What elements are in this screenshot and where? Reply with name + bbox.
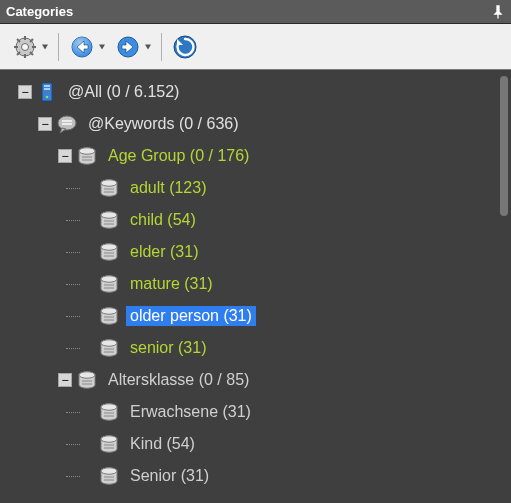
tree-connector (66, 252, 80, 253)
node-label: Erwachsene (31) (126, 402, 255, 422)
svg-point-46 (101, 340, 117, 346)
collapse-icon[interactable]: − (18, 85, 32, 99)
svg-rect-16 (44, 88, 50, 90)
svg-rect-15 (44, 85, 50, 87)
tree-connector (66, 284, 80, 285)
nav-back-button[interactable] (65, 30, 109, 64)
database-icon (98, 241, 120, 263)
node-label: @Keywords (0 / 636) (84, 114, 243, 134)
node-label: Age Group (0 / 176) (104, 146, 253, 166)
node-label: adult (123) (126, 178, 211, 198)
tree-node-keywords[interactable]: − @Keywords (0 / 636) (4, 108, 497, 140)
nav-forward-button[interactable] (111, 30, 155, 64)
tree-connector (66, 348, 80, 349)
scrollbar-thumb[interactable] (500, 76, 508, 216)
tree-node-child[interactable]: · child (54) (4, 204, 497, 236)
svg-point-34 (101, 244, 117, 250)
tree-node-mature[interactable]: · mature (31) (4, 268, 497, 300)
toolbar-separator (161, 33, 162, 61)
database-icon (76, 369, 98, 391)
categories-panel: Categories (0, 0, 511, 503)
svg-point-17 (46, 96, 49, 99)
svg-point-22 (79, 148, 95, 154)
collapse-icon[interactable]: − (38, 117, 52, 131)
node-label: child (54) (126, 210, 200, 230)
refresh-icon (172, 34, 198, 60)
node-label: mature (31) (126, 274, 217, 294)
node-label: senior (31) (126, 338, 210, 358)
gear-icon (13, 35, 37, 59)
vertical-scrollbar[interactable] (497, 70, 511, 503)
node-label: Kind (54) (126, 434, 199, 454)
tree-node-adult[interactable]: · adult (123) (4, 172, 497, 204)
toolbar-separator (58, 33, 59, 61)
category-tree[interactable]: − @All (0 / 6.152) − (0, 70, 497, 503)
database-icon (98, 305, 120, 327)
database-icon (98, 337, 120, 359)
server-icon (36, 81, 58, 103)
svg-point-54 (101, 404, 117, 410)
collapse-icon[interactable]: − (58, 373, 72, 387)
speech-bubble-icon (56, 113, 78, 135)
panel-title: Categories (6, 4, 73, 19)
svg-point-30 (101, 212, 117, 218)
tree-connector (66, 188, 80, 189)
arrow-right-icon (116, 35, 140, 59)
svg-point-9 (22, 43, 29, 50)
tree-node-kind[interactable]: · Kind (54) (4, 428, 497, 460)
tree-node-elder[interactable]: · elder (31) (4, 236, 497, 268)
tree-connector (66, 476, 80, 477)
node-label: Altersklasse (0 / 85) (104, 370, 253, 390)
svg-point-58 (101, 436, 117, 442)
tree-node-senior-de[interactable]: · Senior (31) (4, 460, 497, 492)
tree-node-altersklasse[interactable]: − Altersklasse (0 / 85) (4, 364, 497, 396)
tree-node-erwachsene[interactable]: · Erwachsene (31) (4, 396, 497, 428)
tree-node-all[interactable]: − @All (0 / 6.152) (4, 76, 497, 108)
svg-point-42 (101, 308, 117, 314)
node-label: Senior (31) (126, 466, 213, 486)
tree-connector (66, 316, 80, 317)
tree-node-agegroup[interactable]: − Age Group (0 / 176) (4, 140, 497, 172)
svg-point-18 (58, 116, 76, 130)
pin-icon[interactable] (491, 5, 505, 19)
tree-node-senior[interactable]: · senior (31) (4, 332, 497, 364)
svg-point-62 (101, 468, 117, 474)
database-icon (98, 433, 120, 455)
panel-titlebar: Categories (0, 0, 511, 24)
tree-node-olderperson[interactable]: · older person (31) (4, 300, 497, 332)
database-icon (98, 465, 120, 487)
database-icon (76, 145, 98, 167)
arrow-left-icon (70, 35, 94, 59)
svg-point-50 (79, 372, 95, 378)
database-icon (98, 273, 120, 295)
database-icon (98, 401, 120, 423)
toolbar (0, 24, 511, 70)
database-icon (98, 177, 120, 199)
node-label: @All (0 / 6.152) (64, 82, 183, 102)
settings-button[interactable] (8, 30, 52, 64)
tree-connector (66, 220, 80, 221)
svg-point-26 (101, 180, 117, 186)
collapse-icon[interactable]: − (58, 149, 72, 163)
svg-point-38 (101, 276, 117, 282)
node-label: older person (31) (126, 306, 256, 326)
tree-connector (66, 412, 80, 413)
tree-container: − @All (0 / 6.152) − (0, 70, 511, 503)
database-icon (98, 209, 120, 231)
refresh-button[interactable] (168, 30, 202, 64)
tree-connector (66, 444, 80, 445)
node-label: elder (31) (126, 242, 202, 262)
